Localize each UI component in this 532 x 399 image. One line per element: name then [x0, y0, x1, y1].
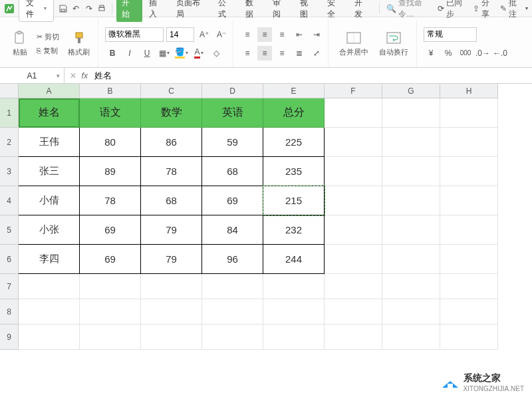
- cell-G1[interactable]: [382, 98, 440, 128]
- command-search[interactable]: 🔍 查找命令…: [386, 0, 436, 20]
- cancel-icon[interactable]: ✕: [70, 71, 76, 80]
- increase-font-icon[interactable]: A⁺: [197, 27, 211, 42]
- distribute-icon[interactable]: ≣: [292, 46, 307, 61]
- cell[interactable]: 86: [141, 128, 202, 157]
- cell[interactable]: 79: [141, 215, 202, 245]
- cell[interactable]: 232: [263, 215, 325, 245]
- paste-button[interactable]: 粘贴: [8, 27, 32, 60]
- cell[interactable]: [382, 157, 440, 186]
- font-color-button[interactable]: A: [192, 46, 206, 61]
- cell[interactable]: [263, 325, 325, 350]
- cell[interactable]: 79: [141, 245, 202, 274]
- tab-page-layout[interactable]: 页面布局: [171, 0, 212, 22]
- sync-status[interactable]: ⟳已同步: [438, 0, 469, 20]
- align-center-icon[interactable]: ≡: [257, 46, 272, 61]
- cell-C1[interactable]: 数学: [141, 98, 202, 128]
- cell[interactable]: [440, 325, 498, 350]
- cell[interactable]: [382, 186, 440, 215]
- cell[interactable]: [440, 245, 498, 274]
- spreadsheet-grid[interactable]: A B C D E F G H 1 姓名 语文 数学 英语 总分 2 王伟 80…: [0, 84, 532, 350]
- cell[interactable]: [325, 274, 382, 299]
- col-header-A[interactable]: A: [19, 84, 80, 98]
- cell[interactable]: [202, 274, 263, 299]
- cell[interactable]: 69: [80, 245, 141, 274]
- name-box[interactable]: A1: [0, 68, 65, 83]
- cell[interactable]: [19, 325, 80, 350]
- row-header-8[interactable]: 8: [0, 299, 19, 325]
- undo-icon[interactable]: ↶: [70, 3, 82, 15]
- redo-icon[interactable]: ↷: [83, 3, 94, 15]
- row-header-3[interactable]: 3: [0, 157, 19, 186]
- cell[interactable]: 78: [80, 186, 141, 215]
- cell-name[interactable]: 王伟: [19, 128, 80, 157]
- row-header-7[interactable]: 7: [0, 274, 19, 299]
- col-header-B[interactable]: B: [80, 84, 141, 98]
- cell-B1[interactable]: 语文: [80, 98, 141, 128]
- formula-input[interactable]: [93, 69, 527, 82]
- cell[interactable]: [263, 274, 325, 299]
- align-middle-icon[interactable]: ≡: [257, 27, 272, 42]
- cell[interactable]: [325, 299, 382, 325]
- comment-button[interactable]: ✎批注▾: [500, 0, 528, 20]
- tab-formula[interactable]: 公式: [213, 0, 239, 22]
- cell[interactable]: [325, 186, 382, 215]
- cell[interactable]: 215: [263, 186, 325, 215]
- align-right-icon[interactable]: ≡: [275, 46, 289, 61]
- cell[interactable]: [80, 325, 141, 350]
- cell[interactable]: [325, 245, 382, 274]
- cell[interactable]: [382, 325, 440, 350]
- row-header-6[interactable]: 6: [0, 245, 19, 274]
- decrease-font-icon[interactable]: A⁻: [214, 27, 229, 42]
- tab-dev[interactable]: 开发: [349, 0, 375, 22]
- share-button[interactable]: ⇪分享: [473, 0, 496, 20]
- cell-D1[interactable]: 英语: [202, 98, 263, 128]
- cell[interactable]: 80: [80, 128, 141, 157]
- align-left-icon[interactable]: ≡: [240, 46, 255, 61]
- font-size-combo[interactable]: [166, 27, 194, 42]
- tab-security[interactable]: 安全: [322, 0, 348, 22]
- col-header-F[interactable]: F: [325, 84, 382, 98]
- save-icon[interactable]: [58, 3, 69, 15]
- cell[interactable]: 235: [263, 157, 325, 186]
- row-header-5[interactable]: 5: [0, 215, 19, 245]
- cell[interactable]: [382, 128, 440, 157]
- cell[interactable]: [141, 274, 202, 299]
- align-bottom-icon[interactable]: ≡: [275, 27, 289, 42]
- row-header-4[interactable]: 4: [0, 186, 19, 215]
- cell[interactable]: [141, 325, 202, 350]
- row-header-9[interactable]: 9: [0, 325, 19, 350]
- tab-review[interactable]: 审阅: [267, 0, 293, 22]
- cell[interactable]: 96: [202, 245, 263, 274]
- fill-color-button[interactable]: 🪣: [174, 46, 189, 61]
- cell-A1[interactable]: 姓名: [19, 98, 80, 128]
- cell[interactable]: [141, 299, 202, 325]
- col-header-E[interactable]: E: [263, 84, 325, 98]
- font-name-combo[interactable]: [105, 27, 164, 42]
- cell[interactable]: [440, 299, 498, 325]
- cell[interactable]: 59: [202, 128, 263, 157]
- cell[interactable]: [440, 215, 498, 245]
- cell[interactable]: 225: [263, 128, 325, 157]
- orientation-icon[interactable]: ⤢: [309, 46, 324, 61]
- cell[interactable]: 244: [263, 245, 325, 274]
- tab-insert[interactable]: 插入: [144, 0, 170, 22]
- cell-H1[interactable]: [440, 98, 498, 128]
- currency-icon[interactable]: ¥: [424, 46, 438, 61]
- cell[interactable]: 89: [80, 157, 141, 186]
- row-header-2[interactable]: 2: [0, 128, 19, 157]
- copy-button[interactable]: ⎘复制: [35, 45, 61, 57]
- cell[interactable]: [440, 157, 498, 186]
- indent-increase-icon[interactable]: ⇥: [309, 27, 324, 42]
- cell[interactable]: [202, 299, 263, 325]
- file-menu-button[interactable]: 文件 ▾: [19, 0, 54, 22]
- cell[interactable]: [325, 325, 382, 350]
- cell[interactable]: [263, 299, 325, 325]
- align-top-icon[interactable]: ≡: [240, 27, 255, 42]
- cell[interactable]: 张三: [19, 157, 80, 186]
- cell[interactable]: [440, 274, 498, 299]
- comma-icon[interactable]: 000: [458, 46, 473, 61]
- cell[interactable]: [382, 215, 440, 245]
- cell-E1[interactable]: 总分: [263, 98, 325, 128]
- cell[interactable]: 78: [141, 157, 202, 186]
- select-all-corner[interactable]: [0, 84, 19, 98]
